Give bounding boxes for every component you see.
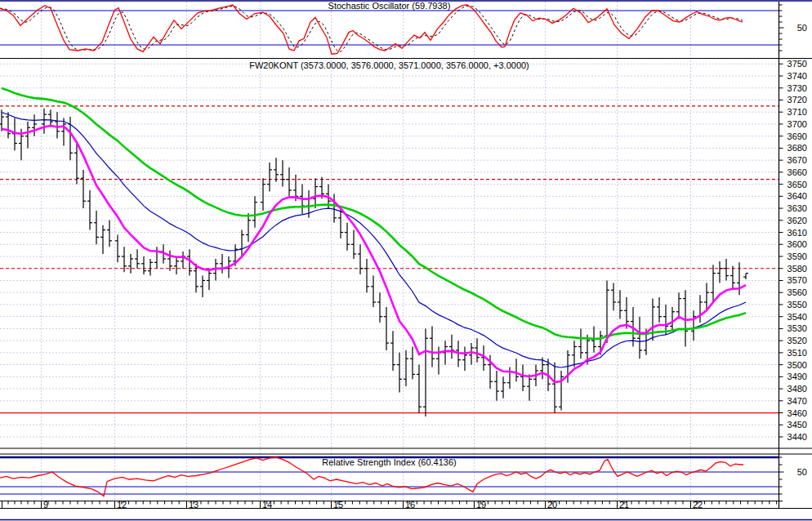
price-axis-label: 3470 [787,396,807,406]
date-label: 12 [117,500,127,510]
price-axis-label: 3600 [787,239,807,249]
price-axis-label: 3660 [787,167,807,177]
price-axis-label: 3620 [787,216,807,225]
price-axis-label: 3440 [787,432,807,442]
date-label: 13 [189,500,199,510]
stochastic-axis-label: 50 [797,23,807,33]
price-axis-label: 3480 [787,384,807,394]
date-label: 14 [262,500,272,510]
price-axis-label: 3490 [787,372,807,381]
price-axis-label: 3590 [787,252,807,261]
price-axis-label: 3500 [787,360,807,370]
date-label: 16 [405,500,415,510]
date-label: 21 [619,500,629,510]
price-axis-label: 3700 [787,119,807,129]
price-axis-label: 3650 [787,180,807,189]
x-axis: 9121314151619202122 [0,500,812,510]
price-axis-label: 3560 [787,287,807,297]
price-axis-label: 3580 [787,264,807,274]
price-axis-label: 3520 [787,336,807,345]
gridlines [0,2,779,501]
moving-average-fast [2,126,746,382]
price-axis-label: 3750 [787,59,807,69]
price-axis-label: 3690 [787,131,807,141]
date-label: 19 [476,500,486,510]
price-axis-label: 3640 [787,191,807,201]
price-axis-label: 3450 [787,420,807,430]
price-axis-label: 3540 [787,312,807,322]
price-axis-label: 3730 [787,83,807,93]
price-axis-label: 3670 [787,155,807,165]
price-axis-label: 3460 [787,408,807,418]
price-axis-label: 3550 [787,300,807,309]
borders [0,1,812,520]
price-axis-label: 3630 [787,203,807,213]
chart-canvas: 5034403450346034703480349035003510352035… [0,0,812,521]
price-axis-label: 3570 [787,275,807,285]
date-label: 9 [43,500,48,510]
price-axis-label: 3740 [787,71,807,81]
price-axis-label: 3610 [787,228,807,238]
price-axis-label: 3530 [787,323,807,333]
price-axis-label: 3680 [787,143,807,153]
rsi-axis-label: 50 [797,467,807,477]
price-axis-label: 3510 [787,348,807,358]
price-axis: 3440345034603470348034903500351035203530… [779,59,808,442]
date-label: 22 [693,500,703,510]
chart-window: 5034403450346034703480349035003510352035… [0,0,812,521]
price-axis-label: 3720 [787,95,807,105]
date-label: 15 [333,500,343,510]
price-axis-label: 3710 [787,107,807,117]
date-label: 20 [547,500,557,510]
